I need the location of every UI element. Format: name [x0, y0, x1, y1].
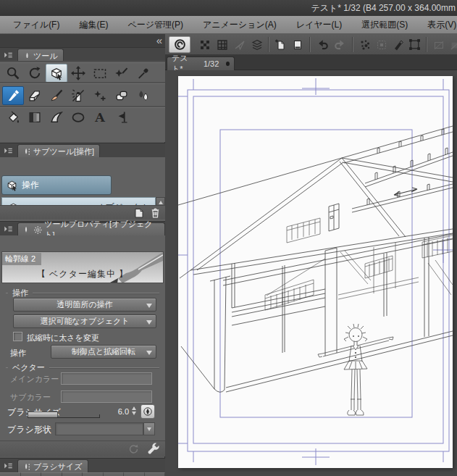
menu-animation[interactable]: アニメーション(A) — [203, 19, 277, 31]
pen-pressure-button[interactable] — [141, 404, 155, 419]
tool-text[interactable]: A — [89, 108, 111, 127]
selection-pad-button-disabled[interactable] — [373, 36, 390, 53]
snap-button-disabled-2[interactable] — [447, 36, 457, 53]
layers-button[interactable] — [248, 36, 265, 53]
tool-row-3: A — [0, 107, 165, 127]
transform-frame-button[interactable] — [406, 36, 423, 53]
menu-page[interactable]: ページ管理(P) — [127, 19, 183, 31]
tool-eyedropper[interactable] — [133, 64, 154, 83]
tool-blend[interactable] — [133, 86, 154, 105]
clip-studio-window: テスト* 1/32 (B4 257.00 x 364.00mm ファイル(F) … — [0, 0, 457, 476]
brush-shape-dropdown-button[interactable] — [143, 422, 155, 435]
sub-color-field[interactable] — [61, 391, 152, 403]
operation-label: 操作 — [10, 348, 26, 359]
fill-bucket-icon — [6, 110, 20, 125]
tool-move[interactable] — [67, 64, 89, 83]
brush-size-slider-track[interactable] — [28, 417, 100, 418]
brush-shape-field[interactable] — [55, 422, 143, 435]
trash-icon[interactable] — [149, 206, 162, 219]
page-flip-button-disabled[interactable] — [231, 36, 248, 53]
slider-end-tick — [99, 414, 100, 418]
tool-gradient[interactable] — [24, 108, 46, 127]
dropdown-control-points[interactable]: 制御点と拡縮回転 — [51, 345, 156, 359]
house-drawing — [178, 126, 453, 392]
menu-edit[interactable]: 編集(E) — [79, 19, 108, 31]
tool-figure[interactable] — [46, 108, 67, 127]
subtool-palette-tabbar: サブツール[操作] — [0, 143, 165, 157]
app-logo-button[interactable] — [169, 36, 190, 53]
tool-balloon[interactable] — [67, 108, 89, 127]
group-vector: ベクター — [6, 362, 159, 373]
document-tab[interactable]: テスト* 1/32 — [167, 57, 235, 70]
tab-subtool[interactable]: サブツール[操作] — [17, 144, 100, 158]
canvas-viewport[interactable] — [165, 70, 457, 476]
blend-icon — [136, 88, 151, 103]
material-pen-icon — [393, 39, 404, 51]
tool-eraser[interactable] — [24, 86, 46, 105]
airbrush-icon — [71, 88, 85, 103]
menu-layer[interactable]: レイヤー(L) — [296, 19, 343, 31]
tab-tool-property[interactable]: ツールプロパティ[オブジェクト] — [17, 222, 165, 236]
canvas-page[interactable] — [178, 76, 453, 468]
tool-multi-eraser[interactable] — [111, 86, 133, 105]
new-document-button[interactable] — [272, 36, 288, 53]
reset-defaults-icon[interactable] — [127, 443, 139, 455]
subtool-palette-body: 操作 オブジェクト — [0, 157, 165, 221]
page-flip-icon — [234, 39, 246, 51]
tool-airbrush[interactable] — [67, 86, 89, 105]
page-view-button[interactable] — [289, 36, 306, 53]
tool-operate-object[interactable] — [46, 64, 67, 83]
tool-decoration[interactable] — [89, 86, 111, 105]
undo-button[interactable] — [314, 36, 331, 53]
scatter-handles-button[interactable] — [356, 36, 373, 53]
palette-menu-icon[interactable] — [2, 50, 14, 60]
palette-menu-icon[interactable] — [2, 461, 14, 471]
dropdown-transparent-operation[interactable]: 透明箇所の操作 — [13, 298, 156, 312]
tool-zoom[interactable] — [2, 64, 24, 83]
collapse-dock-button[interactable]: « — [156, 34, 162, 46]
wand-icon — [114, 66, 129, 80]
spinner-up-icon[interactable] — [132, 406, 136, 410]
left-dock: « ツール — [0, 34, 165, 476]
tab-tool-label: ツール — [33, 51, 58, 62]
palette-menu-icon[interactable] — [2, 146, 14, 156]
spinner-down-icon[interactable] — [132, 412, 136, 415]
pen-tab-icon — [23, 146, 31, 157]
marquee-icon — [93, 66, 107, 80]
brushsize-palette-tabbar: ブラシサイズ — [0, 458, 165, 472]
menu-view[interactable]: 表示(V) — [427, 19, 456, 31]
menu-file[interactable]: ファイル(F) — [13, 19, 59, 31]
redo-button-disabled[interactable] — [332, 36, 348, 53]
scatter-handles-icon — [359, 39, 371, 51]
material-pen-button[interactable] — [390, 36, 406, 53]
new-subtool-icon[interactable] — [133, 207, 145, 219]
checker-pattern-button[interactable] — [196, 36, 213, 53]
dropdown-control-label: 制御点と拡縮回転 — [72, 346, 135, 357]
main-color-field[interactable] — [61, 372, 152, 385]
tool-line-correct[interactable] — [111, 108, 133, 127]
tool-auto-select[interactable] — [111, 64, 133, 83]
tool-marquee[interactable] — [89, 64, 111, 83]
toolprop-palette-tabbar: ツールプロパティ[オブジェクト] — [0, 221, 165, 235]
tool-fill[interactable] — [2, 108, 24, 127]
new-document-icon — [274, 39, 286, 51]
modified-dot — [226, 62, 230, 66]
tab-tool[interactable]: ツール — [17, 49, 64, 62]
tool-brush[interactable] — [46, 86, 67, 105]
subtool-group-operate[interactable]: 操作 — [1, 175, 112, 195]
dropdown-selectable-object[interactable]: 選択可能なオブジェクト — [13, 314, 156, 328]
snap-button-disabled-1[interactable] — [430, 36, 447, 53]
grid-button[interactable] — [214, 36, 230, 53]
wrench-icon[interactable] — [147, 442, 161, 456]
tool-rotate[interactable] — [24, 64, 46, 83]
checkbox-scale-width-label: 拡縮時に太さを変更 — [27, 333, 99, 343]
tool-pen[interactable] — [2, 86, 24, 105]
checkbox-scale-width[interactable] — [13, 332, 22, 341]
palette-menu-icon[interactable] — [2, 224, 14, 234]
brush-size-value[interactable]: 6.0 — [110, 407, 129, 416]
brush-size-spinner[interactable] — [132, 406, 136, 415]
tab-brush-size[interactable]: ブラシサイズ — [17, 459, 88, 473]
menu-selection[interactable]: 選択範囲(S) — [361, 19, 408, 31]
brush-size-preset-row[interactable] — [0, 472, 165, 476]
document-tab-page: 1/32 — [204, 59, 219, 68]
